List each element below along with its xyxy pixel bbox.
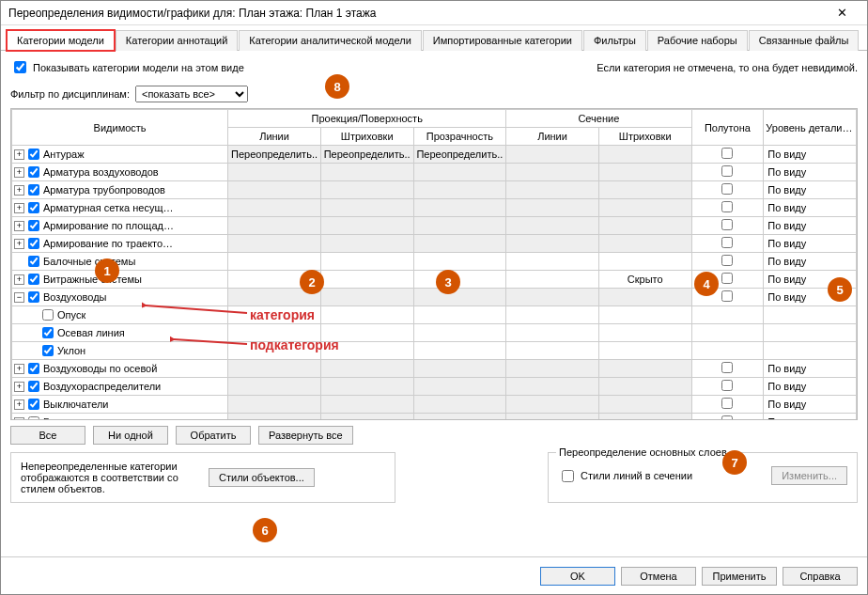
tab-worksets[interactable]: Рабочие наборы — [647, 30, 748, 51]
halftone-checkbox[interactable] — [721, 183, 733, 195]
cut-lines-cell[interactable] — [506, 235, 599, 253]
cut-line-styles-input[interactable] — [562, 470, 574, 482]
proj-patterns-cell[interactable] — [320, 324, 413, 342]
cut-patterns-cell[interactable] — [598, 164, 691, 181]
detail-level-cell[interactable] — [764, 306, 857, 324]
detail-level-cell[interactable]: По виду — [764, 414, 857, 420]
proj-transparency-cell[interactable] — [413, 396, 506, 414]
proj-patterns-cell[interactable] — [320, 199, 413, 217]
tab-analytical-categories[interactable]: Категории аналитической модели — [239, 30, 422, 51]
detail-level-cell[interactable]: По виду — [764, 378, 857, 396]
cut-patterns-cell[interactable] — [598, 360, 691, 378]
proj-patterns-cell[interactable] — [320, 235, 413, 253]
detail-level-cell[interactable]: По виду — [764, 271, 857, 289]
proj-patterns-cell[interactable] — [320, 396, 413, 414]
proj-lines-cell[interactable] — [228, 306, 321, 324]
cut-patterns-cell[interactable] — [598, 396, 691, 414]
cut-lines-cell[interactable] — [506, 217, 599, 235]
halftone-checkbox[interactable] — [721, 362, 733, 373]
proj-transparency-cell[interactable] — [413, 253, 506, 271]
detail-level-cell[interactable]: По виду — [764, 253, 857, 271]
visibility-checkbox[interactable] — [28, 238, 39, 249]
proj-patterns-cell[interactable]: Переопределить.. — [320, 146, 413, 164]
expand-icon[interactable]: + — [14, 417, 24, 420]
expand-icon[interactable]: + — [14, 399, 24, 410]
tab-imported-categories[interactable]: Импортированные категории — [423, 30, 582, 51]
cut-lines-cell[interactable] — [506, 396, 599, 414]
visibility-checkbox[interactable] — [28, 166, 39, 178]
visibility-checkbox[interactable] — [28, 416, 39, 419]
proj-patterns-cell[interactable] — [320, 164, 413, 181]
proj-transparency-cell[interactable] — [413, 271, 506, 289]
cut-patterns-cell[interactable] — [598, 199, 691, 217]
proj-transparency-cell[interactable] — [413, 217, 506, 235]
proj-lines-cell[interactable] — [228, 342, 321, 360]
cut-lines-cell[interactable] — [506, 378, 599, 396]
detail-level-cell[interactable]: По виду — [764, 146, 857, 164]
ok-button[interactable]: OK — [540, 567, 615, 586]
expand-icon[interactable]: + — [14, 364, 24, 374]
detail-level-cell[interactable]: По виду — [764, 360, 857, 378]
detail-level-cell[interactable]: По виду — [764, 396, 857, 414]
proj-patterns-cell[interactable] — [320, 253, 413, 271]
halftone-checkbox[interactable] — [721, 380, 733, 391]
proj-lines-cell[interactable] — [228, 181, 321, 199]
expand-icon[interactable]: + — [14, 203, 24, 213]
proj-lines-cell[interactable] — [228, 253, 321, 271]
visibility-checkbox[interactable] — [28, 363, 39, 374]
cut-patterns-cell[interactable] — [598, 342, 691, 360]
halftone-checkbox[interactable] — [721, 273, 733, 284]
proj-patterns-cell[interactable] — [320, 181, 413, 199]
detail-level-cell[interactable] — [764, 324, 857, 342]
cut-patterns-cell[interactable] — [598, 217, 691, 235]
halftone-checkbox[interactable] — [721, 165, 733, 177]
cut-lines-cell[interactable] — [506, 146, 599, 164]
visibility-checkbox[interactable] — [28, 220, 39, 231]
cut-lines-cell[interactable] — [506, 164, 599, 181]
cut-lines-cell[interactable] — [506, 306, 599, 324]
tab-annotation-categories[interactable]: Категории аннотаций — [116, 30, 238, 51]
cut-patterns-cell[interactable] — [598, 378, 691, 396]
halftone-checkbox[interactable] — [721, 255, 733, 266]
visibility-checkbox[interactable] — [42, 309, 54, 321]
all-button[interactable]: Все — [10, 426, 85, 445]
cut-lines-cell[interactable] — [506, 181, 599, 199]
expand-icon[interactable]: + — [14, 167, 24, 178]
invert-button[interactable]: Обратить — [176, 426, 251, 445]
cut-patterns-cell[interactable] — [598, 414, 691, 420]
cut-patterns-cell[interactable] — [598, 306, 691, 324]
proj-transparency-cell[interactable] — [413, 235, 506, 253]
proj-lines-cell[interactable] — [228, 324, 321, 342]
cut-lines-cell[interactable] — [506, 342, 599, 360]
visibility-checkbox[interactable] — [28, 381, 39, 392]
discipline-filter[interactable]: <показать все> — [135, 86, 248, 102]
proj-patterns-cell[interactable] — [320, 289, 413, 306]
proj-transparency-cell[interactable] — [413, 414, 506, 420]
apply-button[interactable]: Применить — [702, 567, 777, 586]
visibility-checkbox[interactable] — [28, 149, 39, 160]
cut-lines-cell[interactable] — [506, 360, 599, 378]
proj-lines-cell[interactable] — [228, 235, 321, 253]
cut-patterns-cell[interactable] — [598, 146, 691, 164]
proj-patterns-cell[interactable] — [320, 271, 413, 289]
proj-patterns-cell[interactable] — [320, 414, 413, 420]
halftone-checkbox[interactable] — [721, 398, 733, 409]
expand-icon[interactable]: + — [14, 221, 24, 231]
proj-lines-cell[interactable] — [228, 199, 321, 217]
proj-transparency-cell[interactable] — [413, 378, 506, 396]
show-categories-input[interactable] — [14, 61, 26, 73]
help-button[interactable]: Справка — [783, 567, 858, 586]
proj-lines-cell[interactable] — [228, 271, 321, 289]
proj-patterns-cell[interactable] — [320, 217, 413, 235]
cut-lines-cell[interactable] — [506, 199, 599, 217]
visibility-checkbox[interactable] — [42, 345, 54, 356]
proj-transparency-cell[interactable] — [413, 342, 506, 360]
proj-transparency-cell[interactable] — [413, 199, 506, 217]
proj-lines-cell[interactable] — [228, 289, 321, 306]
detail-level-cell[interactable]: По виду — [764, 217, 857, 235]
detail-level-cell[interactable] — [764, 342, 857, 360]
visibility-checkbox[interactable] — [28, 291, 39, 303]
cut-patterns-cell[interactable] — [598, 181, 691, 199]
tab-linked-files[interactable]: Связанные файлы — [749, 30, 860, 51]
tab-model-categories[interactable]: Категории модели — [7, 30, 115, 51]
